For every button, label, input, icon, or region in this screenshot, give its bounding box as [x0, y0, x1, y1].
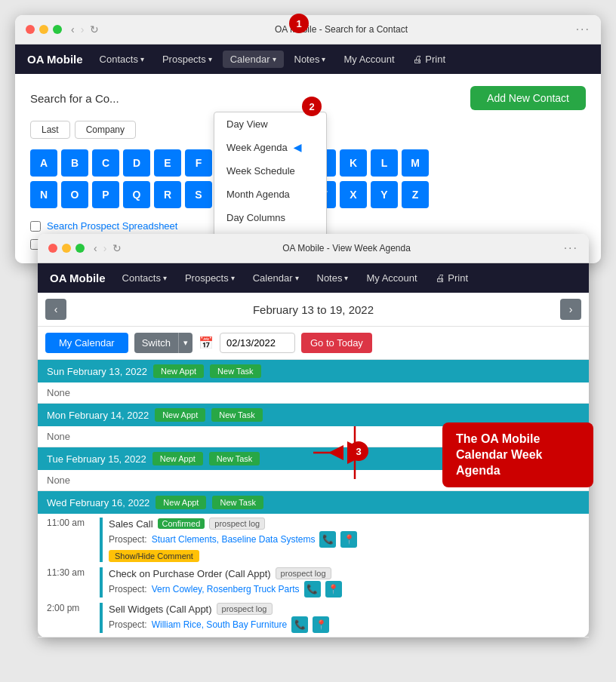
switch-dropdown-arrow[interactable]: ▾ [178, 333, 192, 353]
chevron-down-icon: ▾ [208, 55, 212, 63]
letter-e[interactable]: E [154, 149, 181, 177]
close-button-2[interactable] [48, 244, 57, 253]
letter-p[interactable]: P [92, 181, 119, 208]
location-icon-1130[interactable]: 📍 [325, 581, 342, 598]
letter-x[interactable]: X [340, 181, 367, 208]
refresh-icon-2[interactable]: ↻ [112, 242, 122, 254]
event-bar-1130 [100, 567, 103, 598]
back-icon[interactable]: ‹ [71, 23, 75, 35]
phone-icon-1100[interactable]: 📞 [319, 531, 336, 548]
letter-c[interactable]: C [92, 149, 119, 177]
nav-prospects-2[interactable]: Prospects ▾ [177, 269, 242, 287]
close-button[interactable] [26, 25, 35, 34]
go-to-today-button[interactable]: Go to Today [301, 333, 372, 353]
dropdown-week-agenda[interactable]: Week Agenda ◀ [214, 136, 326, 159]
day-header-wed: Wed February 16, 2022 New Appt New Task [38, 491, 589, 514]
letter-z[interactable]: Z [402, 181, 429, 208]
day-row-sun: Sun February 13, 2022 New Appt New Task … [38, 360, 589, 404]
day-header-sun: Sun February 13, 2022 New Appt New Task [38, 360, 589, 382]
new-task-wed[interactable]: New Task [212, 496, 263, 509]
new-task-sun[interactable]: New Task [210, 364, 260, 378]
letter-l[interactable]: L [371, 149, 398, 177]
prospect-log-badge-1130[interactable]: prospect log [276, 567, 331, 579]
nav-print-2[interactable]: 🖨 Print [428, 269, 476, 287]
prev-week-button[interactable]: ‹ [45, 299, 66, 320]
switch-button[interactable]: Switch [134, 333, 178, 353]
nav-calendar-2[interactable]: Calendar ▾ [245, 269, 306, 287]
traffic-lights-1 [26, 25, 62, 34]
location-icon-1100[interactable]: 📍 [340, 531, 357, 548]
phone-icon-1130[interactable]: 📞 [304, 581, 321, 598]
event-bar [100, 518, 103, 562]
nav-contacts-1[interactable]: Contacts ▾ [92, 51, 152, 68]
new-appt-wed[interactable]: New Appt [156, 496, 206, 509]
calendar-icon[interactable]: 📅 [199, 336, 214, 350]
nav-myaccount-2[interactable]: My Account [359, 269, 424, 287]
letter-s[interactable]: S [185, 181, 212, 208]
event-prospect-200: Prospect: William Rice, South Bay Furnit… [109, 616, 580, 633]
letter-o[interactable]: O [61, 181, 88, 208]
nav-calendar-1[interactable]: Calendar ▾ [223, 51, 284, 68]
brand-logo-1[interactable]: OA Mobile [27, 53, 83, 66]
new-task-tue[interactable]: New Task [209, 452, 260, 465]
letter-a[interactable]: A [30, 149, 57, 177]
event-time-1100: 11:00 am [47, 518, 100, 562]
url-bar[interactable]: OA Mobile - Search for a Contact [106, 24, 575, 35]
date-input[interactable] [220, 333, 295, 353]
browser-controls: ‹ › ↻ [71, 23, 99, 35]
prospect-log-badge[interactable]: prospect log [209, 518, 265, 530]
letter-b[interactable]: B [61, 149, 88, 177]
nav-contacts-2[interactable]: Contacts ▾ [115, 269, 174, 287]
filter-company[interactable]: Company [75, 121, 136, 139]
dropdown-month-agenda[interactable]: Month Agenda [214, 183, 326, 206]
letter-r[interactable]: R [154, 181, 181, 208]
new-appt-sun[interactable]: New Appt [153, 364, 204, 378]
nav-notes-1[interactable]: Notes ▾ [287, 51, 334, 68]
new-appt-tue[interactable]: New Appt [152, 452, 203, 465]
chevron-down-icon: ▾ [163, 274, 167, 282]
location-icon-200[interactable]: 📍 [313, 616, 329, 633]
maximize-button-2[interactable] [75, 244, 85, 253]
new-appt-mon[interactable]: New Appt [155, 408, 205, 422]
switch-group: Switch ▾ [134, 333, 192, 353]
maximize-button[interactable] [53, 25, 62, 34]
refresh-icon[interactable]: ↻ [90, 23, 99, 35]
letter-n[interactable]: N [30, 181, 57, 208]
letter-q[interactable]: Q [123, 181, 150, 208]
filter-last[interactable]: Last [30, 121, 70, 139]
show-hide-comment-button[interactable]: Show/Hide Comment [109, 550, 199, 562]
dropdown-week-schedule[interactable]: Week Schedule [214, 159, 326, 183]
letter-k[interactable]: K [340, 149, 367, 177]
step-badge-3: 3 [349, 441, 368, 461]
dropdown-day-columns[interactable]: Day Columns [214, 206, 326, 229]
minimize-button-2[interactable] [62, 244, 71, 253]
minimize-button[interactable] [39, 25, 48, 34]
day-row-wed: Wed February 16, 2022 New Appt New Task … [38, 491, 589, 637]
calendar-dropdown-menu: Day View Week Agenda ◀ Week Schedule Mon… [214, 112, 327, 253]
chevron-down-icon: ▾ [140, 55, 144, 63]
confirmed-badge: Confirmed [158, 518, 205, 529]
event-title-1100: Sales Call Confirmed prospect log [109, 518, 580, 530]
nav-myaccount-1[interactable]: My Account [336, 51, 402, 68]
new-task-mon[interactable]: New Task [211, 408, 262, 422]
phone-icon-200[interactable]: 📞 [291, 616, 308, 633]
letter-y[interactable]: Y [371, 181, 398, 208]
nav-print-1[interactable]: 🖨 Print [405, 51, 453, 68]
browser-menu-dots[interactable]: ··· [576, 23, 590, 36]
prospect-log-badge-200[interactable]: prospect log [217, 603, 273, 615]
nav-notes-2[interactable]: Notes ▾ [310, 269, 356, 287]
my-calendar-button[interactable]: My Calendar [45, 333, 128, 353]
add-new-contact-button[interactable]: Add New Contact [470, 86, 586, 110]
next-week-button[interactable]: › [560, 299, 581, 320]
brand-logo-2[interactable]: OA Mobile [50, 272, 106, 284]
url-bar-2[interactable]: OA Mobile - View Week Agenda [129, 243, 563, 253]
nav-prospects-1[interactable]: Prospects ▾ [155, 51, 220, 68]
back-icon-2[interactable]: ‹ [94, 242, 97, 254]
letter-d[interactable]: D [123, 149, 150, 177]
chevron-down-icon: ▾ [273, 55, 276, 63]
chevron-down-icon: ▾ [322, 55, 325, 63]
browser-menu-dots-2[interactable]: ··· [564, 241, 578, 255]
search-prospect-checkbox[interactable] [30, 221, 41, 232]
letter-m[interactable]: M [402, 149, 429, 177]
letter-f[interactable]: F [185, 149, 212, 177]
